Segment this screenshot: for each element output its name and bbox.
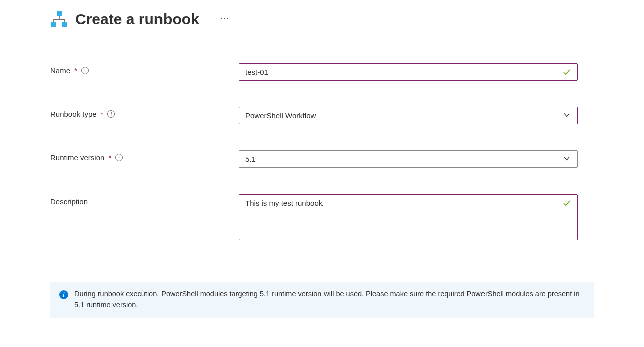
info-banner-icon: i [59,290,68,299]
runtime-version-label: Runtime version * i [50,150,239,162]
name-label: Name * i [50,63,239,75]
page-title: Create a runbook [75,11,199,28]
chevron-down-icon [563,155,570,163]
runtime-version-label-text: Runtime version [50,153,104,162]
more-actions-button[interactable]: ··· [220,13,229,24]
name-input[interactable] [239,63,578,81]
runtime-version-value: 5.1 [245,155,256,163]
info-icon[interactable]: i [107,110,115,118]
required-asterisk: * [108,153,111,162]
svg-rect-1 [51,22,56,27]
runbook-type-select[interactable]: PowerShell Workflow [239,107,578,124]
svg-rect-0 [57,11,62,16]
info-icon[interactable]: i [115,154,123,161]
runbook-type-label: Runbook type * i [50,107,239,118]
form-row-runbook-type: Runbook type * i PowerShell Workflow [50,107,594,124]
svg-rect-2 [62,22,67,27]
info-icon[interactable]: i [81,67,89,74]
description-label: Description [50,194,239,206]
runbook-type-label-text: Runbook type [50,110,97,118]
runtime-version-select[interactable]: 5.1 [239,150,578,168]
runbook-type-value: PowerShell Workflow [245,111,316,120]
chevron-down-icon [563,111,570,120]
runbook-hierarchy-icon [50,10,68,28]
page-header: Create a runbook ··· [50,10,594,28]
form-row-description: Description [50,194,594,242]
description-label-text: Description [50,197,88,206]
info-banner: i During runbook execution, PowerShell m… [50,282,594,318]
info-banner-text: During runbook execution, PowerShell mod… [74,289,585,311]
required-asterisk: * [74,66,77,75]
form-row-name: Name * i [50,63,594,81]
name-label-text: Name [50,66,70,75]
description-textarea[interactable] [239,194,578,240]
form-row-runtime-version: Runtime version * i 5.1 [50,150,594,168]
required-asterisk: * [101,110,104,118]
